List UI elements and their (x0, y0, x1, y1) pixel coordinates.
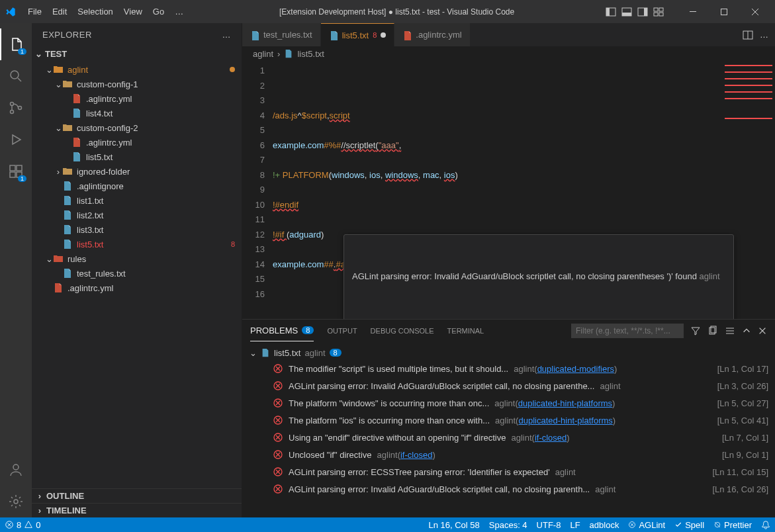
layout-customize-icon[interactable] (653, 6, 664, 18)
panel-tab-terminal[interactable]: TERMINAL (447, 322, 484, 340)
close-button[interactable] (740, 0, 770, 23)
layout-panel-right-icon[interactable] (637, 6, 649, 18)
tree-item-custom-config-1[interactable]: ⌄custom-config-1 (32, 77, 242, 91)
panel-close-icon[interactable] (758, 326, 767, 335)
tree-item-.aglintignore[interactable]: .aglintignore (32, 179, 242, 193)
menu-selection[interactable]: Selection (72, 7, 118, 17)
titlebar: File Edit Selection View Go … [Extension… (0, 0, 775, 23)
problem-row[interactable]: AGLint parsing error: Invalid AdGuard/uB… (249, 480, 768, 498)
problem-row[interactable]: AGLint parsing error: Invalid AdGuard/uB… (249, 377, 768, 394)
menu-file[interactable]: File (23, 7, 47, 17)
status-aglint[interactable]: AGLint (623, 517, 670, 532)
line-gutter: 12345678910111213141516 (242, 61, 273, 319)
minimize-button[interactable] (678, 0, 707, 23)
menu-view[interactable]: View (118, 7, 148, 17)
extensions-badge: 1 (18, 175, 26, 182)
menu-edit[interactable]: Edit (47, 7, 72, 17)
svg-rect-8 (654, 13, 658, 16)
workspace-header[interactable]: ⌄TEST (32, 46, 242, 61)
activity-extensions[interactable]: 1 (0, 155, 32, 187)
hover-tooltip: AGLint parsing error: Invalid AdGuard/uB… (343, 234, 734, 319)
tab-test_rules.txt[interactable]: test_rules.txt (242, 23, 321, 46)
menu-more[interactable]: … (169, 7, 189, 17)
panel-up-icon[interactable] (742, 326, 751, 335)
problem-file-header[interactable]: ⌄ list5.txt aglint 8 (249, 345, 768, 360)
tree-item-.aglintrc.yml[interactable]: .aglintrc.yml (32, 135, 242, 150)
layout-panel-bottom-icon[interactable] (621, 6, 633, 18)
problem-row[interactable]: The platform "windows" is occurring more… (249, 394, 768, 412)
copy-icon[interactable] (707, 326, 718, 336)
file-icon (284, 49, 293, 58)
status-spell[interactable]: Spell (670, 517, 709, 532)
status-prettier[interactable]: Prettier (709, 517, 756, 532)
problem-row[interactable]: The platform "ios" is occurring more tha… (249, 412, 768, 429)
status-eol[interactable]: LF (565, 517, 584, 532)
status-errors[interactable]: 8 0 (0, 517, 45, 532)
split-editor-icon[interactable] (743, 30, 753, 40)
tree-item-list1.txt[interactable]: list1.txt (32, 193, 242, 208)
panel-tab-problems[interactable]: PROBLEMS 8 (250, 320, 314, 341)
editor-more-icon[interactable]: … (760, 30, 768, 40)
tree-item-test_rules.txt[interactable]: test_rules.txt (32, 266, 242, 281)
svg-point-20 (13, 465, 19, 470)
explorer-badge: 1 (18, 48, 26, 55)
activity-settings[interactable] (0, 486, 32, 517)
tree-item-.aglintrc.yml[interactable]: .aglintrc.yml (32, 281, 242, 295)
file-icon (261, 348, 270, 357)
activity-search[interactable] (0, 60, 32, 92)
status-position[interactable]: Ln 16, Col 58 (424, 517, 484, 532)
code-content[interactable]: AGLint parsing error: Invalid AdGuard/uB… (273, 61, 722, 319)
menu-go[interactable]: Go (148, 7, 169, 17)
panel-tab-output[interactable]: OUTPUT (327, 322, 357, 340)
tree-item-custom-config-2[interactable]: ⌄custom-config-2 (32, 120, 242, 135)
panel-tab-debug[interactable]: DEBUG CONSOLE (371, 322, 434, 340)
svg-rect-16 (10, 165, 15, 171)
svg-rect-7 (659, 8, 663, 11)
activity-account[interactable] (0, 454, 32, 486)
activity-scm[interactable] (0, 92, 32, 124)
problem-row[interactable]: Using an "endif" directive without an op… (249, 429, 768, 446)
editor-tabs: test_rules.txtlist5.txt8.aglintrc.yml … (242, 23, 775, 46)
problems-list: ⌄ list5.txt aglint 8 The modifier "scrip… (242, 341, 775, 517)
collapse-icon[interactable] (725, 326, 735, 336)
sidebar-title: EXPLORER (42, 30, 92, 40)
breadcrumb[interactable]: aglint › list5.txt (242, 46, 775, 61)
tab-list5.txt[interactable]: list5.txt8 (321, 23, 395, 46)
activity-explorer[interactable]: 1 (0, 28, 32, 60)
status-bell-icon[interactable] (756, 517, 775, 532)
file-tree: ⌄aglint⌄custom-config-1.aglintrc.ymllist… (32, 61, 242, 488)
activitybar: 1 1 (0, 23, 32, 517)
layout-panel-left-icon[interactable] (605, 6, 617, 18)
svg-rect-6 (654, 8, 658, 11)
svg-rect-3 (622, 13, 631, 16)
tree-item-list4.txt[interactable]: list4.txt (32, 106, 242, 120)
svg-point-21 (14, 500, 18, 504)
tab-.aglintrc.yml[interactable]: .aglintrc.yml (394, 23, 470, 46)
timeline-section[interactable]: ›TIMELINE (32, 503, 242, 517)
tree-item-rules[interactable]: ⌄rules (32, 251, 242, 266)
filter-icon[interactable] (690, 326, 701, 336)
svg-rect-9 (659, 13, 663, 16)
tree-item-list5.txt[interactable]: list5.txt (32, 150, 242, 164)
activity-debug[interactable] (0, 124, 32, 155)
problem-row[interactable]: Unclosed "if" directive aglint(if-closed… (249, 446, 768, 463)
problems-filter-input[interactable] (571, 324, 684, 338)
status-encoding[interactable]: UTF-8 (532, 517, 566, 532)
sidebar-explorer: EXPLORER … ⌄TEST ⌄aglint⌄custom-config-1… (32, 23, 242, 517)
tree-item-aglint[interactable]: ⌄aglint (32, 62, 242, 77)
tree-item-list3.txt[interactable]: list3.txt (32, 222, 242, 237)
svg-point-13 (11, 103, 14, 106)
problem-row[interactable]: AGLint parsing error: ECSSTree parsing e… (249, 463, 768, 480)
tree-item-ignored-folder[interactable]: ›ignored-folder (32, 164, 242, 179)
bottom-panel: PROBLEMS 8 OUTPUT DEBUG CONSOLE TERMINAL (242, 319, 775, 517)
status-language[interactable]: adblock (585, 517, 624, 532)
problem-row[interactable]: The modifier "script" is used multiple t… (249, 360, 768, 377)
outline-section[interactable]: ›OUTLINE (32, 488, 242, 503)
tree-item-list2.txt[interactable]: list2.txt (32, 208, 242, 222)
status-spaces[interactable]: Spaces: 4 (484, 517, 532, 532)
editor-body[interactable]: 12345678910111213141516 AGLint parsing e… (242, 61, 775, 319)
maximize-button[interactable] (709, 0, 739, 23)
tree-item-.aglintrc.yml[interactable]: .aglintrc.yml (32, 91, 242, 106)
tree-item-list5.txt[interactable]: list5.txt8 (32, 237, 242, 251)
sidebar-more-icon[interactable]: … (222, 30, 232, 40)
